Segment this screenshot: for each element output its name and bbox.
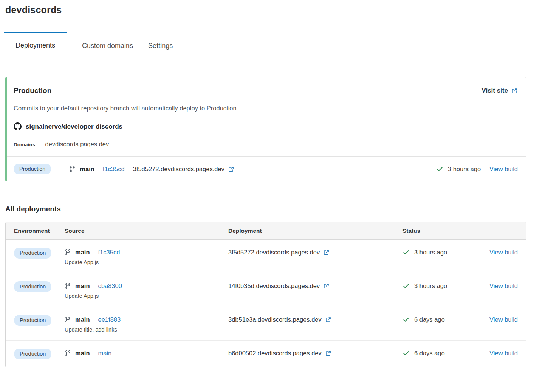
commit-message: Update App.js bbox=[65, 259, 228, 265]
view-build-link[interactable]: View build bbox=[489, 249, 518, 256]
production-deployment-row: Production main f1c35cd 3f5d5272.devdisc… bbox=[7, 156, 526, 181]
all-deployments-title: All deployments bbox=[5, 205, 526, 213]
view-build-link[interactable]: View build bbox=[489, 316, 518, 323]
view-build-link[interactable]: View build bbox=[489, 166, 518, 173]
tab-bar: Deployments Custom domains Settings bbox=[5, 32, 526, 59]
view-build-link[interactable]: View build bbox=[489, 282, 518, 289]
branch-name: main bbox=[75, 316, 90, 323]
commit-message: Update App.js bbox=[65, 293, 228, 299]
git-branch-icon bbox=[65, 283, 71, 289]
column-header-deployment: Deployment bbox=[228, 228, 402, 234]
git-branch-icon bbox=[65, 316, 71, 323]
commit-link[interactable]: main bbox=[98, 350, 112, 357]
commit-link[interactable]: cba8300 bbox=[98, 282, 122, 290]
visit-site-label: Visit site bbox=[481, 87, 508, 95]
page-title: devdiscords bbox=[5, 0, 526, 15]
table-row: Production main ee1f883 Update title, ad… bbox=[6, 307, 526, 340]
external-link-icon[interactable] bbox=[228, 166, 234, 172]
tab-settings[interactable]: Settings bbox=[148, 33, 173, 59]
production-card: Production Visit site Commits to your de… bbox=[5, 77, 526, 181]
external-link-icon[interactable] bbox=[323, 249, 330, 256]
check-icon bbox=[402, 316, 410, 323]
check-icon bbox=[402, 282, 410, 290]
environment-badge: Production bbox=[14, 164, 51, 175]
commit-link[interactable]: f1c35cd bbox=[103, 166, 125, 173]
git-branch-icon bbox=[65, 350, 71, 356]
column-header-status: Status bbox=[402, 228, 485, 234]
external-link-icon bbox=[511, 88, 518, 94]
external-link-icon[interactable] bbox=[323, 283, 330, 289]
branch-name: main bbox=[75, 249, 90, 256]
table-header: Environment Source Deployment Status bbox=[6, 222, 526, 240]
github-icon bbox=[14, 122, 22, 130]
commit-message: Update title, add links bbox=[65, 327, 228, 333]
environment-badge: Production bbox=[14, 349, 51, 359]
deployment-url: 14f0b35d.devdiscords.pages.dev bbox=[228, 282, 320, 290]
table-row: Production main main b6d00502.devdiscord… bbox=[6, 340, 526, 367]
production-card-title: Production bbox=[14, 87, 51, 95]
branch-name: main bbox=[80, 166, 94, 173]
view-build-link[interactable]: View build bbox=[489, 350, 518, 356]
domains-label: Domains: bbox=[14, 142, 37, 147]
commit-link[interactable]: f1c35cd bbox=[98, 249, 120, 256]
deployment-url: 3f5d5272.devdiscords.pages.dev bbox=[228, 249, 320, 256]
external-link-icon[interactable] bbox=[325, 316, 331, 323]
git-branch-icon bbox=[65, 249, 71, 256]
status-time: 3 hours ago bbox=[448, 166, 481, 173]
check-icon bbox=[436, 166, 443, 173]
check-icon bbox=[402, 350, 410, 357]
column-header-environment: Environment bbox=[14, 228, 65, 234]
status-time: 6 days ago bbox=[414, 316, 445, 323]
commit-link[interactable]: ee1f883 bbox=[98, 316, 121, 323]
environment-badge: Production bbox=[14, 281, 51, 292]
column-header-source: Source bbox=[65, 228, 228, 234]
deployments-table: Environment Source Deployment Status Pro… bbox=[5, 222, 526, 367]
check-icon bbox=[402, 249, 410, 256]
table-body: Production main f1c35cd Update App.js 3f… bbox=[6, 240, 526, 367]
status-time: 3 hours ago bbox=[414, 249, 447, 256]
deployment-url: b6d00502.devdiscords.pages.dev bbox=[228, 350, 322, 357]
status-time: 3 hours ago bbox=[414, 282, 447, 290]
visit-site-link[interactable]: Visit site bbox=[481, 87, 518, 95]
table-row: Production main f1c35cd Update App.js 3f… bbox=[6, 240, 526, 273]
status-time: 6 days ago bbox=[414, 350, 445, 357]
environment-badge: Production bbox=[14, 315, 51, 326]
table-row: Production main cba8300 Update App.js 14… bbox=[6, 273, 526, 307]
tab-custom-domains[interactable]: Custom domains bbox=[82, 33, 133, 59]
branch-name: main bbox=[75, 282, 90, 290]
branch-name: main bbox=[75, 350, 90, 357]
external-link-icon[interactable] bbox=[325, 350, 331, 356]
deployment-url: 3db51e3a.devdiscords.pages.dev bbox=[228, 316, 322, 323]
repo-name: signalnerve/developer-discords bbox=[26, 123, 122, 130]
deployment-url: 3f5d5272.devdiscords.pages.dev bbox=[133, 166, 224, 173]
domains-value: devdiscords.pages.dev bbox=[45, 141, 109, 148]
git-branch-icon bbox=[69, 166, 76, 172]
tab-deployments[interactable]: Deployments bbox=[4, 32, 67, 59]
environment-badge: Production bbox=[14, 248, 51, 259]
production-description: Commits to your default repository branc… bbox=[14, 105, 518, 112]
